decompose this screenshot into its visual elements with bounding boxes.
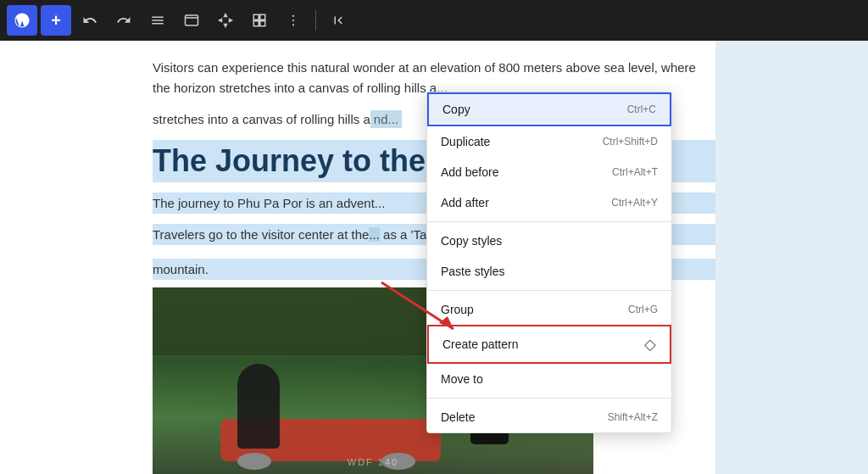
svg-point-7 [292, 24, 294, 25]
add-before-shortcut: Ctrl+Alt+T [612, 166, 658, 178]
content-area: Visitors can experience this natural won… [0, 41, 868, 474]
right-highlight [715, 41, 868, 474]
redo-button[interactable] [108, 5, 139, 36]
svg-rect-1 [253, 14, 259, 20]
copy-shortcut: Ctrl+C [627, 103, 656, 115]
collapse-button[interactable] [323, 5, 353, 36]
menu-item-create-pattern[interactable]: Create pattern ◇ [427, 325, 671, 364]
create-pattern-label: Create pattern [442, 337, 519, 351]
add-after-label: Add after [441, 196, 489, 209]
menu-item-duplicate[interactable]: Duplicate Ctrl+Shift+D [427, 126, 671, 157]
menu-divider-1 [427, 221, 671, 222]
toolbar-divider [315, 10, 316, 31]
wp-logo-button[interactable] [7, 5, 37, 36]
transform-button[interactable] [210, 5, 241, 36]
add-before-label: Add before [441, 165, 499, 179]
group-label: Group [441, 303, 474, 316]
paste-styles-label: Paste styles [441, 265, 504, 278]
menu-item-add-after[interactable]: Add after Ctrl+Alt+Y [427, 187, 671, 218]
menu-divider-2 [427, 290, 671, 291]
list-view-button[interactable] [142, 5, 173, 36]
context-menu: Copy Ctrl+C Duplicate Ctrl+Shift+D Add b… [426, 92, 672, 433]
toolbar: + [0, 0, 868, 41]
add-after-shortcut: Ctrl+Alt+Y [611, 197, 658, 209]
layout-button[interactable] [244, 5, 275, 36]
menu-item-group[interactable]: Group Ctrl+G [427, 294, 671, 325]
menu-item-copy-styles[interactable]: Copy styles [427, 226, 671, 256]
menu-item-add-before[interactable]: Add before Ctrl+Alt+T [427, 157, 671, 187]
svg-rect-3 [253, 21, 259, 26]
copy-label: Copy [442, 103, 470, 116]
undo-button[interactable] [75, 5, 105, 36]
menu-item-delete[interactable]: Delete Shift+Alt+Z [427, 402, 671, 432]
delete-shortcut: Shift+Alt+Z [608, 411, 658, 423]
svg-rect-4 [260, 21, 265, 26]
svg-point-5 [292, 15, 294, 17]
menu-divider-3 [427, 398, 671, 399]
group-shortcut: Ctrl+G [628, 304, 658, 315]
delete-label: Delete [441, 410, 475, 424]
duplicate-shortcut: Ctrl+Shift+D [603, 136, 658, 148]
duplicate-label: Duplicate [441, 135, 490, 148]
menu-item-copy[interactable]: Copy Ctrl+C [427, 92, 671, 126]
move-to-label: Move to [441, 372, 483, 386]
block-tools-button[interactable] [278, 5, 309, 36]
add-block-button[interactable]: + [41, 5, 71, 36]
preview-button[interactable] [176, 5, 207, 36]
copy-styles-label: Copy styles [441, 234, 502, 248]
menu-item-paste-styles[interactable]: Paste styles [427, 256, 671, 287]
pattern-icon: ◇ [644, 335, 656, 354]
svg-rect-0 [186, 15, 198, 25]
svg-point-6 [292, 20, 294, 21]
svg-rect-2 [260, 14, 265, 20]
menu-item-move-to[interactable]: Move to [427, 364, 671, 394]
